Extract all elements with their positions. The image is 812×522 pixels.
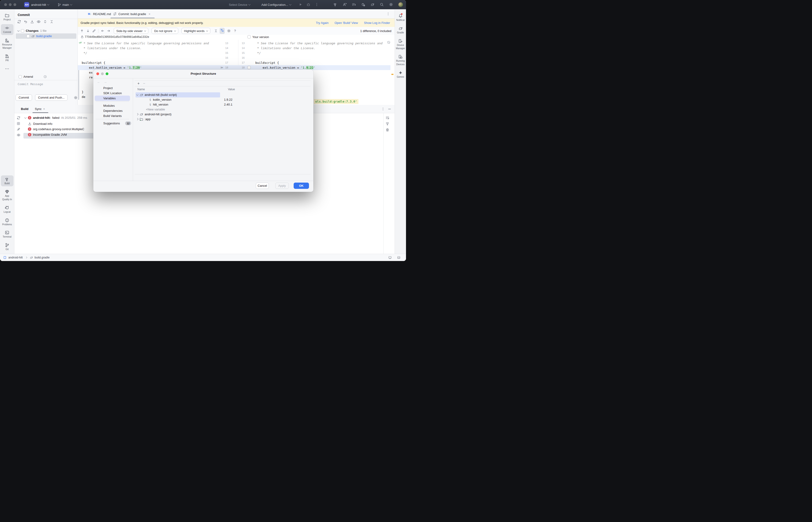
user-avatar[interactable] [398, 2, 403, 7]
rail-item-build[interactable]: Build [1, 175, 14, 186]
dialog-sidebar-item-project[interactable]: Project [95, 85, 130, 91]
table-row-kotlin-version[interactable]: $kotlin_version [146, 97, 172, 102]
next-change-icon[interactable] [86, 29, 90, 33]
rail-item-commit[interactable]: Commit [1, 24, 14, 35]
run-icon[interactable] [298, 3, 303, 6]
rollback-icon[interactable] [24, 20, 27, 24]
dialog-sidebar-item-sdk-location[interactable]: SDK Location [95, 91, 130, 96]
resync-icon[interactable] [17, 116, 20, 120]
history-icon[interactable] [43, 75, 47, 78]
apply-button[interactable]: Apply [275, 183, 289, 189]
rail-item-app-quality-insights[interactable]: AppQuality In [1, 188, 14, 202]
settings-icon[interactable] [389, 3, 393, 6]
cancel-button[interactable]: Cancel [256, 183, 269, 189]
ok-button[interactable]: OK [294, 183, 309, 189]
viewer-mode-dropdown[interactable]: Side-by-side viewer [114, 28, 148, 34]
editor-tab-commit-build-gradle[interactable]: Commit: build.gradle× [113, 9, 150, 19]
edit-icon[interactable] [92, 29, 96, 33]
chevron-right-icon[interactable] [136, 113, 139, 116]
rail-item-project[interactable]: Project [1, 12, 14, 22]
rail-item-pr[interactable]: PR [1, 53, 14, 63]
table-row-android-hilt-build-script-[interactable]: android-hilt (build script) [136, 92, 177, 97]
build-tree-row[interactable]: Download info [28, 122, 52, 125]
build-tree-row[interactable]: !org.codehaus.groovy.control.MultipleC [28, 127, 84, 131]
diff-settings-gear-icon[interactable] [227, 29, 231, 33]
collapse-all-icon[interactable] [50, 20, 54, 24]
close-tab-icon[interactable]: × [149, 12, 150, 16]
rail-item-terminal[interactable]: Terminal [1, 229, 14, 240]
build-tree-row[interactable]: !Incompatible Gradle JVM [28, 133, 67, 136]
changed-file-row[interactable]: build.gradle [26, 34, 52, 38]
rail-item-more[interactable] [1, 65, 14, 73]
zoom-window-button[interactable] [14, 3, 16, 6]
banner-action-try-again[interactable]: Try Again [316, 21, 328, 25]
dialog-sidebar-item-modules[interactable]: Modules [95, 103, 130, 108]
rail-item-resource-manager[interactable]: ResourceManager [1, 37, 14, 51]
screen-sharing-icon[interactable] [388, 256, 392, 259]
collapse-unchanged-icon[interactable] [214, 29, 218, 33]
table-row-hilt-version[interactable]: $hilt_version [146, 102, 168, 107]
remove-variable-button[interactable]: − [143, 82, 145, 85]
gradle-sync-icon[interactable] [370, 3, 374, 6]
table-row-android-hilt-project-[interactable]: android-hilt (project) [136, 112, 172, 117]
dialog-sidebar-item-dependencies[interactable]: Dependencies [95, 108, 130, 114]
breadcrumb-file[interactable]: build.gradle [35, 256, 50, 259]
expand-all-icon[interactable] [43, 20, 47, 24]
help-button[interactable]: ? [234, 29, 236, 33]
close-window-button[interactable] [4, 3, 7, 6]
clear-all-icon[interactable] [386, 128, 389, 132]
branch-switcher[interactable]: main [58, 0, 72, 9]
tab-sync[interactable]: Sync [35, 107, 42, 111]
amend-checkbox[interactable] [19, 75, 22, 78]
row-value[interactable]: 2.40.1 [224, 102, 232, 107]
table-row--new-variable[interactable]: +New variable [146, 107, 165, 112]
changes-group-row[interactable]: Changes 1 file [18, 29, 46, 33]
dialog-sidebar-item-build-variants[interactable]: Build Variants [95, 113, 130, 119]
rail-item-running-devices[interactable]: RunningDevices [394, 53, 406, 67]
back-icon[interactable]: ← [97, 80, 100, 84]
chevron-right-icon[interactable] [136, 118, 139, 120]
column-header-name[interactable]: Name [137, 88, 145, 91]
hide-panel-icon[interactable] [388, 107, 391, 111]
rail-item-git[interactable]: Git [1, 241, 14, 252]
dialog-sidebar-item-suggestions[interactable]: Suggestions [95, 121, 130, 126]
whitespace-dropdown[interactable]: Do not ignore [152, 28, 178, 34]
previous-file-icon[interactable] [101, 29, 104, 33]
highlight-mode-dropdown[interactable]: Highlight words [181, 28, 211, 34]
commit-message-input[interactable]: Commit Message [18, 82, 43, 86]
dialog-sidebar-item-variables[interactable]: Variables [95, 96, 130, 101]
tab-build[interactable]: Build [21, 107, 28, 111]
banner-action-open-build-view[interactable]: Open 'Build' View [334, 21, 358, 25]
shelve-icon[interactable] [30, 20, 34, 24]
file-checkbox[interactable] [26, 35, 30, 38]
minimize-window-button[interactable] [9, 3, 12, 6]
next-file-icon[interactable] [107, 29, 111, 33]
view-options-icon[interactable] [17, 133, 20, 137]
commit-and-push-button[interactable]: Commit and Push... [35, 95, 67, 101]
debug-icon[interactable] [306, 3, 310, 6]
sync-status-icon[interactable] [352, 3, 356, 6]
rail-item-notifications[interactable]: Notificat [394, 12, 406, 23]
view-options-icon[interactable] [37, 20, 41, 24]
editor-tab-readme-md[interactable]: M↓README.md [88, 9, 111, 19]
forward-icon[interactable]: → [103, 80, 107, 84]
run-configuration-dropdown[interactable]: Add Configuration... [262, 0, 291, 9]
include-change-checkbox[interactable] [248, 66, 251, 69]
banner-action-show-log-in-finder[interactable]: Show Log in Finder [364, 21, 390, 25]
commit-options-gear-icon[interactable] [74, 96, 78, 100]
changes-checkbox[interactable] [21, 29, 24, 33]
your-version-checkbox[interactable] [248, 35, 251, 39]
scroll-to-end-icon[interactable] [386, 122, 389, 126]
row-value[interactable]: 1.9.22 [224, 97, 232, 102]
refresh-icon[interactable] [17, 20, 21, 24]
project-switcher[interactable]: android-hilt [31, 0, 49, 9]
synchronized-scrolling-toggle[interactable] [219, 28, 225, 34]
column-header-value[interactable]: Value [228, 88, 235, 91]
pin-icon[interactable] [17, 127, 20, 131]
search-icon[interactable] [380, 3, 384, 6]
more-actions-icon[interactable] [315, 3, 319, 6]
previous-change-icon[interactable] [80, 29, 84, 33]
ai-assistant-icon[interactable] [343, 3, 347, 6]
close-sync-tab-icon[interactable]: × [43, 107, 45, 111]
breadcrumb-project[interactable]: android-hilt [8, 256, 23, 259]
